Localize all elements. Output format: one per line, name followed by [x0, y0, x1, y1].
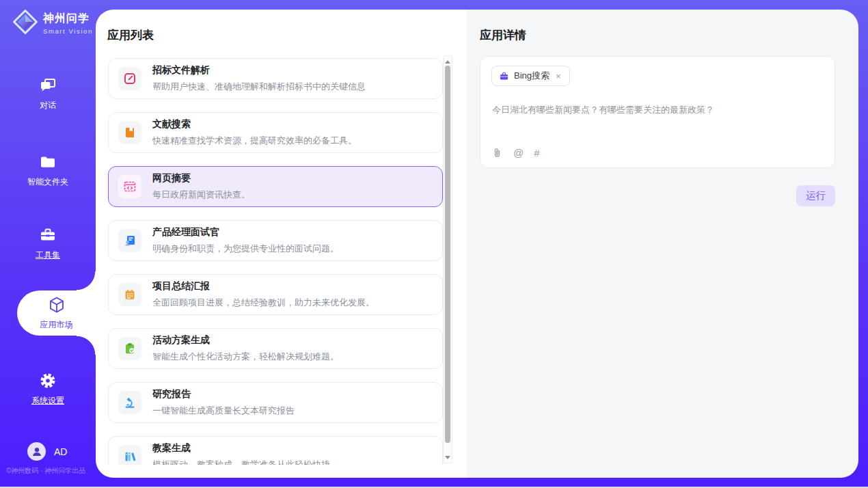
- mention-button[interactable]: @: [513, 147, 524, 159]
- app-card-title: 项目总结汇报: [152, 280, 375, 293]
- bid-edit-icon: [118, 67, 141, 90]
- app-card-title: 招标文件解析: [152, 64, 366, 77]
- sidebar-item-smart-folders[interactable]: 智能文件夹: [0, 153, 96, 188]
- attachment-button[interactable]: [491, 147, 503, 159]
- app-card-desc: 模板驱动，教案秒成，教学准备从此轻松快捷: [152, 459, 330, 465]
- app-card-desc: 一键智能生成高质量长文本研究报告: [152, 405, 295, 417]
- brand-subtitle: Smart Vision: [43, 27, 93, 35]
- sidebar-item-chat[interactable]: 对话: [0, 77, 96, 111]
- app-card-literature-search[interactable]: 文献搜索 快速精准查找学术资源，提高研究效率的必备工具。: [108, 112, 443, 153]
- app-card-lesson-plan[interactable]: 教案生成 模板驱动，教案秒成，教学准备从此轻松快捷: [108, 436, 443, 465]
- app-card-title: 产品经理面试官: [152, 226, 339, 239]
- copyright-text: ©神州数码 · 神州问学出品: [6, 466, 96, 476]
- topic-button[interactable]: #: [534, 147, 539, 159]
- cube-icon: [48, 296, 66, 316]
- app-card-desc: 智能生成个性化活动方案，轻松解决规划难题。: [152, 351, 339, 363]
- sidebar-item-label: 工具集: [36, 250, 60, 260]
- app-list-title: 应用列表: [107, 27, 154, 43]
- prompt-input[interactable]: 今日湖北有哪些新闻要点？有哪些需要关注的最新政策？: [492, 104, 824, 116]
- sidebar-item-app-market[interactable]: 应用市场: [17, 290, 96, 336]
- sidebar-item-label: 智能文件夹: [27, 177, 68, 187]
- composer-toolbar: @ #: [491, 147, 540, 159]
- app-detail-title: 应用详情: [480, 27, 526, 43]
- sidebar-item-toolset[interactable]: 工具集: [0, 226, 96, 261]
- clipboard-check-icon: [118, 337, 141, 360]
- notepad-icon: [118, 283, 141, 306]
- mention-icon: @: [513, 147, 524, 159]
- app-card-desc: 明确身份和职责，为您提供专业性的面试问题。: [152, 243, 339, 255]
- sidebar-item-label: 应用市场: [40, 319, 73, 331]
- tool-tag-label: Bing搜索: [514, 70, 550, 82]
- gear-icon: [39, 372, 57, 390]
- app-card-title: 网页摘要: [152, 172, 250, 185]
- books-icon: [118, 445, 141, 465]
- person-icon: [29, 444, 45, 460]
- attachment-icon: [491, 147, 503, 159]
- app-list: 招标文件解析 帮助用户快速、准确地理解和解析招标书中的关键信息 文献搜索 快速精…: [108, 57, 443, 465]
- app-card-desc: 全面回顾项目进展，总结经验教训，助力未来优化发展。: [152, 297, 375, 309]
- sidebar-item-label: 对话: [40, 100, 56, 110]
- scrollbar-thumb[interactable]: [445, 66, 450, 443]
- app-card-web-summary[interactable]: 网页摘要 每日政府新闻资讯快查。: [108, 166, 443, 207]
- briefcase-icon: [499, 71, 509, 81]
- app-list-panel: 应用列表 招标文件解析 帮助用户快速、准确地理解和解析招标书中的关键信息: [96, 10, 467, 478]
- prompt-card: Bing搜索 × 今日湖北有哪些新闻要点？有哪些需要关注的最新政策？ @ #: [480, 56, 835, 168]
- user-name: AD: [54, 446, 67, 457]
- user-profile[interactable]: AD: [27, 442, 67, 461]
- app-card-project-report[interactable]: 项目总结汇报 全面回顾项目进展，总结经验教训，助力未来优化发展。: [108, 274, 443, 315]
- app-card-title: 教案生成: [152, 442, 330, 455]
- scroll-down-button[interactable]: [444, 453, 452, 461]
- run-button[interactable]: 运行: [796, 185, 835, 206]
- browser-code-icon: [118, 175, 141, 198]
- person-document-icon: [118, 229, 141, 252]
- microscope-icon: [118, 391, 141, 414]
- user-avatar[interactable]: [27, 442, 46, 461]
- app-card-research-report[interactable]: 研究报告 一键智能生成高质量长文本研究报告: [108, 382, 443, 423]
- tag-close-icon[interactable]: ×: [554, 70, 562, 82]
- tool-tag-bing-search[interactable]: Bing搜索 ×: [491, 66, 570, 86]
- app-card-bid-analysis[interactable]: 招标文件解析 帮助用户快速、准确地理解和解析招标书中的关键信息: [108, 58, 443, 99]
- toolbox-icon: [39, 226, 57, 244]
- app-window: { "brand": { "name": "神州问学", "subtitle":…: [0, 0, 868, 488]
- app-card-pm-interviewer[interactable]: 产品经理面试官 明确身份和职责，为您提供专业性的面试问题。: [108, 220, 443, 261]
- scrollbar[interactable]: [443, 55, 452, 463]
- sidebar: 神州问学 Smart Vision 对话 智能文件夹: [0, 0, 96, 488]
- sidebar-item-system-settings[interactable]: 系统设置: [0, 372, 96, 407]
- app-card-event-plan[interactable]: 活动方案生成 智能生成个性化活动方案，轻松解决规划难题。: [108, 328, 443, 369]
- app-detail-panel: 应用详情 Bing搜索 × 今日湖北有哪些新闻要点？有哪些需要关注的最新政策？: [467, 10, 858, 478]
- sidebar-item-label: 系统设置: [31, 396, 64, 405]
- chat-icon: [39, 77, 57, 94]
- app-card-title: 文献搜索: [152, 118, 357, 131]
- brand-logo-icon: [12, 9, 38, 38]
- hash-icon: #: [534, 147, 539, 159]
- book-icon: [118, 121, 141, 144]
- app-card-desc: 帮助用户快速、准确地理解和解析招标书中的关键信息: [152, 81, 366, 93]
- folder-icon: [39, 153, 57, 171]
- main-content: 应用列表 招标文件解析 帮助用户快速、准确地理解和解析招标书中的关键信息: [96, 10, 858, 478]
- app-card-desc: 快速精准查找学术资源，提高研究效率的必备工具。: [152, 135, 357, 147]
- app-card-title: 活动方案生成: [152, 334, 339, 347]
- app-card-desc: 每日政府新闻资讯快查。: [152, 189, 250, 201]
- brand-name: 神州问学: [43, 12, 93, 26]
- tab-curve-top: [77, 271, 96, 290]
- app-card-title: 研究报告: [152, 388, 295, 401]
- brand: 神州问学 Smart Vision: [12, 9, 93, 38]
- scroll-up-button[interactable]: [444, 57, 452, 66]
- tab-curve-bottom: [77, 336, 96, 355]
